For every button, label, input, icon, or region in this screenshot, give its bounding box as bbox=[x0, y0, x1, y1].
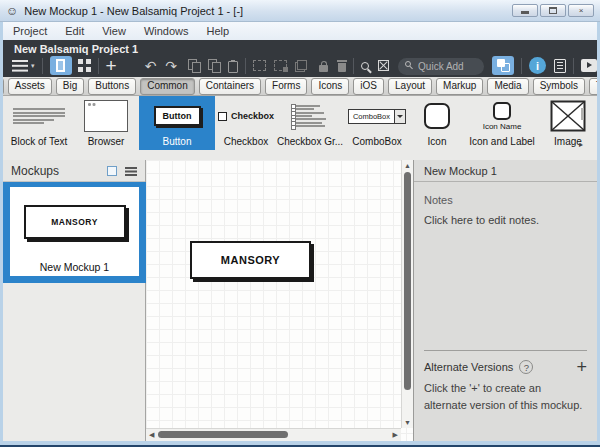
inspector-toggle-button[interactable]: i bbox=[529, 57, 546, 74]
scroll-up-icon[interactable]: ▲ bbox=[404, 162, 411, 169]
tab-big[interactable]: Big bbox=[56, 78, 84, 95]
alternate-versions-hint: Click the '+' to create an alternate ver… bbox=[424, 380, 584, 413]
horizontal-scrollbar-thumb[interactable] bbox=[158, 431, 288, 438]
inspector-title: New Mockup 1 bbox=[424, 165, 497, 177]
layers-icon bbox=[295, 60, 307, 72]
scroll-down-icon[interactable]: ▼ bbox=[404, 419, 411, 426]
block-of-text-preview bbox=[13, 107, 65, 126]
redo-button[interactable]: ↷ bbox=[165, 59, 177, 73]
undo-button[interactable]: ↶ bbox=[145, 59, 157, 73]
window-border-left bbox=[0, 22, 3, 447]
menu-view[interactable]: View bbox=[93, 25, 135, 37]
tab-markup[interactable]: Markup bbox=[436, 78, 483, 95]
add-alternate-button[interactable]: + bbox=[576, 358, 587, 376]
menu-windows[interactable]: Windows bbox=[135, 25, 198, 37]
tab-icons[interactable]: Icons bbox=[311, 78, 349, 95]
transform-icon bbox=[378, 60, 389, 71]
paste-icon bbox=[228, 61, 238, 73]
inspector-header: New Mockup 1 bbox=[414, 160, 597, 182]
alternate-versions-heading: Alternate Versions bbox=[424, 361, 513, 373]
paste-button[interactable] bbox=[228, 59, 238, 73]
library-item-block-of-text[interactable]: Block of Text bbox=[5, 96, 73, 150]
minimize-button[interactable] bbox=[512, 4, 538, 17]
checkbox-icon bbox=[218, 112, 227, 121]
lock-button[interactable] bbox=[319, 59, 328, 72]
strip-scroll-indicator bbox=[581, 108, 584, 120]
search-icon bbox=[405, 61, 411, 67]
mockup-thumbnail-selected[interactable]: MANSORY New Mockup 1 bbox=[3, 182, 146, 283]
scroll-left-icon[interactable]: ◀ bbox=[149, 431, 154, 439]
project-menu-button[interactable]: ▾ bbox=[12, 60, 35, 72]
undo-icon: ↶ bbox=[145, 59, 157, 73]
library-item-browser[interactable]: Browser bbox=[73, 96, 139, 150]
duplicate-button[interactable] bbox=[208, 59, 220, 72]
ui-library-toggle-button[interactable] bbox=[492, 56, 514, 75]
tab-layout[interactable]: Layout bbox=[388, 78, 432, 95]
ungroup-button[interactable] bbox=[274, 60, 287, 71]
new-mockup-button[interactable]: + bbox=[106, 56, 117, 75]
mockups-menu-icon[interactable] bbox=[125, 166, 137, 176]
library-item-button[interactable]: Button Button bbox=[139, 96, 215, 150]
copy-button[interactable] bbox=[188, 59, 200, 72]
lock-icon bbox=[319, 65, 328, 72]
menu-bar: Project Edit View Windows Help bbox=[0, 22, 600, 40]
redo-icon: ↷ bbox=[165, 59, 177, 73]
project-title: New Balsamiq Project 1 bbox=[14, 43, 138, 55]
main-area: Mockups MANSORY New Mockup 1 MANSORY ▲ ▼… bbox=[3, 160, 597, 441]
delete-button[interactable] bbox=[338, 60, 346, 72]
canvas-horizontal-scrollbar[interactable]: ◀ ▶ bbox=[146, 428, 401, 441]
vertical-scrollbar-thumb[interactable] bbox=[404, 172, 411, 390]
canvas-button-widget[interactable]: MANSORY bbox=[190, 241, 311, 279]
notes-placeholder[interactable]: Click here to edit notes. bbox=[424, 214, 539, 226]
window-border-bottom bbox=[0, 441, 600, 447]
tab-assets[interactable]: Assets bbox=[8, 78, 52, 95]
library-item-checkbox[interactable]: Checkbox Checkbox bbox=[215, 96, 277, 150]
strip-next-icon[interactable]: ▸ bbox=[579, 140, 583, 149]
menu-help[interactable]: Help bbox=[198, 25, 239, 37]
canvas[interactable]: MANSORY ▲ ▼ ◀ ▶ bbox=[146, 160, 413, 441]
tab-containers[interactable]: Containers bbox=[199, 78, 261, 95]
menu-project[interactable]: Project bbox=[4, 25, 56, 37]
tab-forms[interactable]: Forms bbox=[265, 78, 307, 95]
chevron-down-icon: ▾ bbox=[31, 62, 35, 70]
zoom-button[interactable] bbox=[361, 62, 369, 70]
close-button[interactable]: × bbox=[568, 4, 594, 17]
library-item-combobox[interactable]: ComboBox ComboBox bbox=[343, 96, 411, 150]
dropdown-arrow-icon bbox=[394, 110, 405, 123]
library-item-icon-and-label[interactable]: Icon Name Icon and Label bbox=[463, 96, 541, 150]
grid-view-button[interactable] bbox=[78, 59, 91, 72]
copy-icon bbox=[188, 59, 200, 72]
play-icon bbox=[581, 59, 597, 72]
tab-ios[interactable]: iOS bbox=[353, 78, 384, 95]
tab-buttons[interactable]: Buttons bbox=[88, 78, 136, 95]
app-toolbar: New Balsamiq Project 1 ▾ + ↶ ↷ i bbox=[3, 40, 597, 77]
checkbox-preview: Checkbox bbox=[218, 111, 274, 121]
toolbar-row: ▾ + ↶ ↷ i bbox=[12, 55, 590, 76]
presentation-button[interactable] bbox=[581, 59, 597, 72]
notes-toggle-button[interactable] bbox=[554, 59, 566, 73]
library-items: Block of Text Browser Button Button Chec… bbox=[5, 96, 595, 150]
tab-symbols[interactable]: Symbols bbox=[533, 78, 585, 95]
menu-edit[interactable]: Edit bbox=[56, 25, 93, 37]
scroll-right-icon[interactable]: ▶ bbox=[393, 431, 398, 439]
title-bar[interactable]: ☺ New Mockup 1 - New Balsamiq Project 1 … bbox=[0, 0, 600, 22]
tab-media[interactable]: Media bbox=[487, 78, 528, 95]
mockup-view-button[interactable] bbox=[50, 56, 72, 75]
icon-preview bbox=[424, 103, 450, 129]
mockups-panel: Mockups MANSORY New Mockup 1 bbox=[3, 160, 146, 441]
mockups-panel-title: Mockups bbox=[11, 164, 107, 178]
library-tabs: All Assets Big Buttons Common Containers… bbox=[3, 77, 597, 96]
layers-button[interactable] bbox=[295, 60, 307, 72]
library-item-checkbox-group[interactable]: Checkbox Gr... bbox=[277, 96, 343, 150]
maximize-button[interactable] bbox=[540, 4, 566, 17]
toolbar-divider bbox=[573, 58, 574, 74]
help-icon[interactable]: ? bbox=[519, 360, 533, 374]
thumbnail-size-icon[interactable] bbox=[107, 166, 117, 176]
library-item-image[interactable]: Image bbox=[541, 96, 595, 150]
canvas-vertical-scrollbar[interactable]: ▲ ▼ bbox=[401, 160, 413, 428]
tab-common[interactable]: Common bbox=[140, 78, 195, 95]
toolbar-divider bbox=[521, 58, 522, 74]
transform-button[interactable] bbox=[378, 60, 389, 71]
library-item-icon[interactable]: Icon bbox=[411, 96, 463, 150]
group-button[interactable] bbox=[253, 60, 266, 71]
